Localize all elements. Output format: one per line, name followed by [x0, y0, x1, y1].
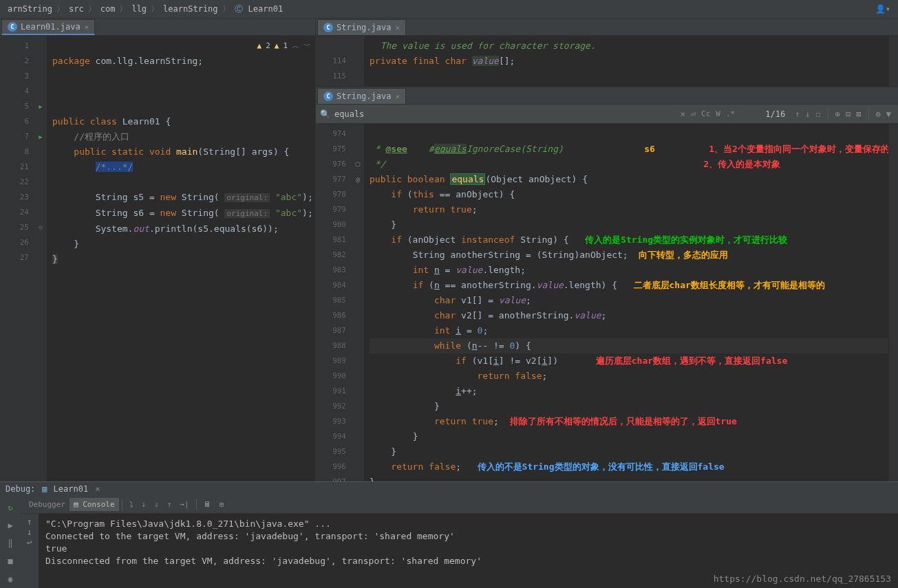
select-all-icon[interactable]: ☐	[813, 109, 824, 119]
tab-label: String.java	[336, 23, 391, 32]
right-mid-tabbar: C String.java ×	[316, 87, 898, 105]
debug-header: Debug: ▦ Learn01 ×	[0, 482, 898, 496]
debug-panel: Debug: ▦ Learn01 × ↻ ▶ ‖ ■ ◉ Debugger ▤ …	[0, 481, 898, 588]
add-selection-icon[interactable]: ⊕	[833, 109, 843, 119]
step-over-icon[interactable]: ⤵	[125, 498, 138, 511]
gutter-icons-right: ⬡ @	[352, 124, 364, 481]
right-top-editor[interactable]: 114115 The value is used for character s…	[316, 36, 898, 87]
left-gutter: 1234 5678 21222324 252627	[0, 36, 34, 481]
pin-icon[interactable]: ⏎	[688, 109, 698, 119]
search-input[interactable]	[334, 109, 678, 119]
chevron-down-icon[interactable]: ﹀	[303, 39, 311, 54]
debug-config-tab[interactable]: Learn01	[50, 483, 93, 495]
force-step-into-icon[interactable]: ⇓	[150, 498, 163, 511]
right-code[interactable]: * @see #equalsIgnoreCase(String) s6 1、当2…	[364, 124, 888, 481]
toggle-icon[interactable]: ⊟	[843, 109, 853, 119]
search-count: 1/16	[765, 109, 785, 119]
bc-item[interactable]: com	[98, 4, 118, 14]
console-tab[interactable]: ▤ Console	[70, 498, 119, 511]
trace-icon[interactable]: ⊞	[215, 498, 228, 511]
left-editor[interactable]: 1234 5678 21222324 252627 ▶ ▶ ⊖ package …	[0, 36, 315, 481]
console-line: Connected to the target VM, address: 'ja…	[45, 530, 891, 543]
left-tabbar: C Learn01.java ×	[0, 19, 315, 36]
class-icon: C	[323, 23, 333, 32]
next-match-icon[interactable]: ↓	[802, 109, 813, 119]
annotation: 1、当2个变量指向同一个对象时，变量保存的地址值相等	[709, 144, 888, 154]
right-gutter: 974975976977 978979980981 982983984985 9…	[316, 124, 352, 481]
tab-string-top[interactable]: C String.java ×	[317, 19, 406, 35]
run-to-cursor-icon[interactable]: →|	[175, 498, 193, 511]
up-icon[interactable]: ↑	[27, 516, 32, 527]
pause-icon[interactable]: ‖	[3, 536, 18, 551]
breadcrumb: arnString〉 src〉 com〉 llg〉 learnString〉 Ⓒ…	[0, 0, 898, 19]
bc-item[interactable]: src	[67, 4, 86, 14]
annotation: 传入的不是String类型的对象，没有可比性，直接返回false	[478, 461, 725, 472]
view-breakpoints-icon[interactable]: ◉	[3, 571, 18, 587]
warning-icon: ▲	[257, 39, 262, 54]
tab-label: Learn01.java	[21, 22, 81, 32]
soft-wrap-icon[interactable]: ↩	[27, 537, 32, 547]
match-case-button[interactable]: Cc	[701, 109, 710, 118]
right-main-editor[interactable]: 974975976977 978979980981 982983984985 9…	[316, 124, 898, 481]
tab-string-mid[interactable]: C String.java ×	[317, 88, 406, 104]
words-button[interactable]: W	[716, 109, 720, 118]
bc-item[interactable]: llg	[129, 4, 149, 14]
class-icon: C	[8, 22, 17, 32]
filter-icon[interactable]: ▼	[884, 109, 894, 119]
run-icon[interactable]: ▶	[34, 99, 47, 114]
debug-toolbar: Debugger ▤ Console ⤵ ↓ ⇓ ↑ →| 🖩 ⊞	[21, 496, 898, 514]
tab-learn01[interactable]: C Learn01.java ×	[1, 19, 95, 35]
right-top-gutter: 114115	[316, 36, 352, 87]
bc-item[interactable]: learnString	[161, 4, 220, 14]
app-icon: ▦	[42, 484, 47, 494]
clear-icon[interactable]: ×	[678, 109, 688, 119]
watermark: https://blog.csdn.net/qq_27865153	[714, 574, 891, 584]
step-into-icon[interactable]: ↓	[138, 498, 151, 511]
close-icon[interactable]: ×	[95, 484, 100, 494]
searchbar: 🔍 × ⏎ Cc W .* 1/16 ↑ ↓ ☐ ⊕ ⊟ ⊠ ⚙ ▼	[316, 105, 898, 124]
right-top-tabbar: C String.java ×	[316, 19, 898, 36]
class-icon: C	[323, 91, 333, 101]
annotation: 遍历底层char数组，遇到不等，直接返回false	[596, 356, 787, 366]
toggle2-icon[interactable]: ⊠	[853, 109, 864, 119]
user-icon[interactable]: 👤▾	[873, 4, 892, 14]
rerun-icon[interactable]: ↻	[3, 500, 18, 515]
annotation: 排除了所有不相等的情况后，只能是相等的了，返回true	[510, 416, 737, 426]
bc-item[interactable]: arnString	[6, 4, 54, 14]
bc-item[interactable]: Learn01	[246, 4, 286, 14]
run-icon[interactable]: ▶	[34, 129, 47, 144]
class-icon: Ⓒ	[233, 3, 245, 15]
debugger-tab[interactable]: Debugger	[25, 498, 70, 511]
step-out-icon[interactable]: ↑	[163, 498, 176, 511]
resume-icon[interactable]: ▶	[3, 518, 18, 533]
console-line: true	[45, 543, 891, 555]
close-icon[interactable]: ×	[85, 23, 89, 32]
chevron-up-icon[interactable]: ︿	[292, 39, 299, 54]
stop-icon[interactable]: ■	[3, 554, 18, 569]
annotation: 二者底层char数组长度相等，才有可能是相等的	[634, 280, 825, 290]
right-top-code[interactable]: The value is used for character storage.…	[364, 36, 888, 87]
scrollbar[interactable]	[888, 124, 898, 481]
console-line: "C:\Program Files\Java\jdk1.8.0_271\bin\…	[45, 518, 891, 530]
debug-left-toolbar: ↻ ▶ ‖ ■ ◉	[0, 496, 21, 588]
annotation: 传入的是String类型的实例对象时，才可进行比较	[585, 235, 787, 245]
annotation: 向下转型，多态的应用	[639, 250, 728, 260]
close-icon[interactable]: ×	[395, 92, 400, 101]
prev-match-icon[interactable]: ↑	[792, 109, 802, 119]
settings-icon[interactable]: ⚙	[873, 109, 884, 119]
inspection-bar[interactable]: ▲2 ▲1 ︿ ﹀	[257, 39, 312, 54]
search-icon: 🔍	[320, 109, 330, 119]
regex-button[interactable]: .*	[726, 109, 735, 118]
down-icon[interactable]: ↓	[27, 527, 32, 537]
scrollbar[interactable]	[888, 36, 898, 87]
annotation: 2、传入的是本对象	[703, 159, 780, 169]
warning-icon: ▲	[275, 39, 279, 54]
debug-title: Debug:	[6, 484, 35, 494]
gutter-icons-left: ▶ ▶ ⊖	[34, 36, 47, 481]
tab-label: String.java	[336, 91, 391, 101]
evaluate-icon[interactable]: 🖩	[200, 498, 215, 511]
console-line: Disconnected from the target VM, address…	[45, 555, 891, 567]
left-code[interactable]: package com.llg.learnString; public clas…	[47, 36, 315, 481]
annotation: s6	[644, 144, 655, 154]
close-icon[interactable]: ×	[395, 23, 400, 32]
